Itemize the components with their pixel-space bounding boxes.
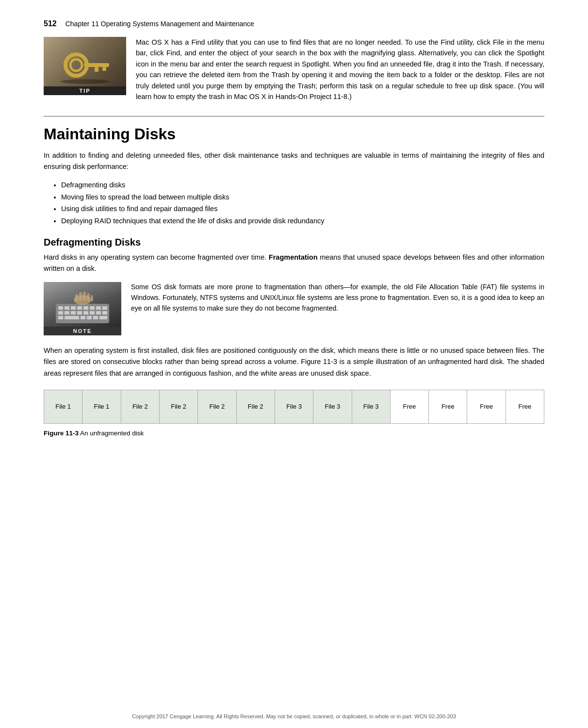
key-icon (56, 47, 114, 85)
svg-rect-17 (71, 311, 76, 314)
svg-point-1 (70, 59, 82, 71)
page-footer: Copyright 2017 Cengage Learning. All Rig… (44, 713, 544, 719)
defrag-intro-part1: Hard disks in any operating system can b… (44, 253, 269, 261)
keyboard-icon (53, 289, 112, 328)
list-item: Using disk utilities to find and repair … (61, 203, 544, 215)
figure-cell: File 1 (44, 390, 82, 423)
tip-box: TIP Mac OS X has a Find utility that you… (44, 37, 544, 102)
svg-rect-30 (75, 294, 78, 301)
note-label: NOTE (44, 327, 121, 335)
page-number: 512 (44, 19, 57, 28)
tip-image: TIP (44, 37, 126, 95)
figure-cell: File 2 (198, 390, 236, 423)
svg-rect-27 (93, 316, 98, 319)
svg-rect-25 (81, 316, 85, 319)
svg-rect-26 (87, 316, 92, 319)
svg-rect-16 (65, 311, 69, 314)
figure-cell: File 3 (352, 390, 391, 423)
svg-rect-12 (90, 306, 95, 310)
page-header: 512 Chapter 11 Operating Systems Managem… (44, 19, 544, 28)
svg-rect-14 (102, 306, 107, 310)
svg-rect-2 (84, 63, 109, 67)
list-item: Deploying RAID techniques that extend th… (61, 215, 544, 227)
svg-rect-18 (77, 311, 82, 314)
maintaining-disks-intro: In addition to finding and deleting unne… (44, 150, 544, 172)
chapter-header-text: Chapter 11 Operating Systems Management … (65, 20, 254, 28)
note-box: NOTE Some OS disk formats are more prone… (44, 282, 544, 335)
svg-rect-6 (56, 304, 109, 323)
figure-cell: File 2 (160, 390, 198, 423)
svg-point-0 (65, 54, 87, 76)
svg-rect-22 (102, 311, 107, 314)
figure-cell: File 3 (275, 390, 313, 423)
svg-rect-13 (96, 306, 101, 310)
defragmenting-intro: Hard disks in any operating system can b… (44, 252, 544, 274)
figure-caption-text: An unfragmented disk (79, 430, 144, 437)
svg-rect-4 (102, 67, 106, 71)
maintaining-disks-title: Maintaining Disks (44, 125, 544, 143)
figure-cell: Free (506, 390, 544, 423)
note-image: NOTE (44, 282, 121, 335)
figure-cell: File 2 (237, 390, 275, 423)
figure-cell: File 2 (121, 390, 160, 423)
figure-container: File 1File 1File 2File 2File 2File 2File… (44, 390, 544, 424)
figure-cell: Free (429, 390, 467, 423)
svg-rect-20 (90, 311, 95, 314)
svg-rect-24 (65, 316, 79, 319)
section-divider (44, 116, 544, 116)
svg-rect-34 (91, 295, 93, 301)
maintaining-disks-bullets: Defragmenting disks Moving files to spre… (61, 179, 544, 227)
figure-caption: Figure 11-3 An unfragmented disk (44, 430, 544, 437)
tip-text: Mac OS X has a Find utility that you can… (136, 37, 544, 102)
svg-rect-3 (95, 67, 98, 72)
page: 512 Chapter 11 Operating Systems Managem… (0, 0, 588, 728)
tip-label: TIP (44, 86, 126, 95)
svg-rect-28 (99, 316, 107, 319)
figure-cell: File 1 (82, 390, 121, 423)
svg-point-5 (61, 79, 109, 84)
svg-rect-10 (77, 306, 82, 310)
list-item: Moving files to spread the load between … (61, 191, 544, 203)
svg-rect-33 (87, 293, 90, 301)
figure-cell: File 3 (313, 390, 352, 423)
svg-rect-8 (65, 306, 69, 310)
svg-rect-19 (83, 311, 88, 314)
note-text: Some OS disk formats are more prone to f… (131, 282, 544, 335)
svg-rect-23 (58, 316, 63, 319)
figure-cell: Free (467, 390, 506, 423)
svg-rect-7 (58, 306, 63, 310)
defragmenting-disks-title: Defragmenting Disks (44, 237, 544, 248)
svg-rect-15 (58, 311, 63, 314)
svg-rect-11 (83, 306, 88, 310)
svg-rect-9 (71, 306, 76, 310)
svg-rect-31 (79, 292, 82, 301)
figure-cell: Free (391, 390, 429, 423)
svg-rect-32 (83, 292, 86, 300)
body-paragraph: When an operating system is first instal… (44, 345, 544, 379)
list-item: Defragmenting disks (61, 179, 544, 191)
fragmentation-term: Fragmentation (269, 253, 318, 261)
figure-caption-bold: Figure 11-3 (44, 430, 79, 437)
svg-rect-21 (96, 311, 101, 314)
